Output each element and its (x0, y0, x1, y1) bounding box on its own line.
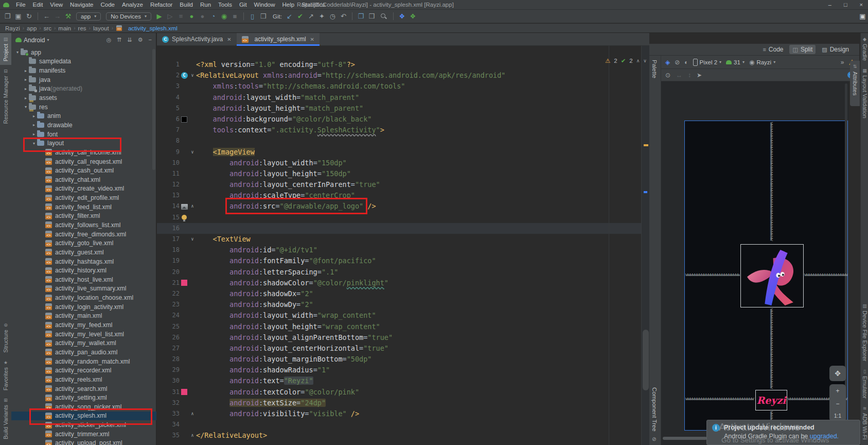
breadcrumb-res[interactable]: res (78, 25, 86, 31)
tree-item-activity_random_match[interactable]: activity_random_match.xml (11, 357, 156, 366)
tree-item-res[interactable]: ▾res (11, 102, 156, 112)
code-line-15[interactable]: 15 (157, 212, 641, 223)
code-line-30[interactable]: 30 android:text="Reyzi" (157, 375, 641, 386)
code-line-3[interactable]: 3 xmlns:tools="http://schemas.android.co… (157, 81, 641, 92)
inspection-widget[interactable]: ⚠ 2 ✔ 2 ∧ ∨ (605, 57, 647, 64)
tree-item-activity_feed_list[interactable]: activity_feed_list.xml (11, 202, 156, 212)
tree-chevron-icon[interactable]: ▸ (23, 87, 29, 91)
tree-item-activity_location_choose[interactable]: activity_location_choose.xml (11, 293, 156, 302)
code-line-31[interactable]: 31 android:textColor="@color/pink" (157, 387, 641, 398)
code-line-4[interactable]: 4 android:layout_width="match_parent" (157, 92, 641, 103)
attach-debugger-icon[interactable]: ◉ (219, 12, 229, 20)
tree-item-activity_hashtags[interactable]: activity_hashtags.xml (11, 257, 156, 266)
editor-scrollbar-thumb[interactable] (643, 330, 649, 390)
code-line-6[interactable]: 6 android:background="@color/black_back" (157, 114, 641, 125)
color-swatch-black[interactable] (181, 116, 187, 123)
profile-app-icon[interactable]: ▣ (857, 12, 868, 20)
tree-item-activity_call_income[interactable]: activity_call_income.xml (11, 148, 156, 157)
menu-code[interactable]: Code (97, 0, 118, 9)
sidebar-item-device-file-explorer[interactable]: ▥Device File Explorer (861, 300, 868, 365)
save-all-icon[interactable]: ▣ (13, 12, 24, 20)
tree-item-activity_main[interactable]: activity_main.xml (11, 312, 156, 321)
sidebar-item-favorites[interactable]: ★Favorites (0, 356, 11, 394)
pan-vertical-icon[interactable]: ↕ (688, 72, 691, 79)
sidebar-item-build-variants[interactable]: ⊞Build Variants (0, 394, 11, 443)
tree-item-activity_sticker_picker[interactable]: activity_sticker_picker.xml (11, 420, 156, 430)
tree-chevron-icon[interactable]: ▸ (23, 77, 29, 82)
menu-edit[interactable]: Edit (29, 0, 47, 9)
code-line-21[interactable]: 21 android:shadowColor="@color/pinklight… (157, 278, 641, 288)
run-icon[interactable]: ▶ (154, 12, 165, 20)
rollback-icon[interactable]: ↶ (338, 12, 349, 20)
tree-item-activity_pan_audio[interactable]: activity_pan_audio.xml (11, 348, 156, 357)
history-icon[interactable]: ◷ (327, 12, 338, 20)
code-line-25[interactable]: 25 android:layout_height="wrap_content" (157, 321, 641, 332)
back-icon[interactable]: ← (41, 12, 52, 20)
project-view-selector[interactable]: Android (24, 37, 45, 44)
tree-item-activity_filter[interactable]: activity_filter.xml (11, 212, 156, 221)
run-list-icon[interactable]: ≡ (175, 12, 186, 20)
tree-item-java[interactable]: ▸java (generated) (11, 84, 156, 94)
drawable-preview-icon[interactable] (181, 204, 188, 210)
restore-layout-icon[interactable]: ❒ (366, 12, 377, 20)
sidebar-item-gradle[interactable]: ◆Gradle (861, 33, 868, 64)
zoom-ratio-button[interactable]: 1:1 (834, 413, 841, 419)
tree-item-activity_followrs_list[interactable]: activity_followrs_list.xml (11, 220, 156, 230)
tree-item-activity_recorder[interactable]: activity_recorder.xml (11, 366, 156, 375)
menu-refactor[interactable]: Refactor (147, 0, 176, 9)
tree-item-activity_upload_post[interactable]: activity_upload_post.xml (11, 439, 156, 445)
sidebar-item-project[interactable]: ▤Project (0, 33, 11, 65)
tree-item-activity_splesh[interactable]: activity_splesh.xml (11, 412, 156, 421)
tree-item-font[interactable]: ▸font (11, 130, 156, 139)
tree-item-activity_guest[interactable]: activity_guest.xml (11, 248, 156, 257)
menu-run[interactable]: Run (197, 0, 215, 9)
view-options-icon[interactable]: ⊙ (665, 72, 670, 79)
run-coverage-icon[interactable]: ▷ (165, 12, 175, 20)
code-line-26[interactable]: 26 android:layout_alignParentBottom="tru… (157, 332, 641, 343)
recent-files-icon[interactable]: ❐ (356, 12, 366, 20)
fold-marker[interactable]: ∨ (189, 147, 196, 158)
code-line-1[interactable]: 1<?xml version="1.0" encoding="utf-8"?> (157, 59, 641, 70)
tree-chevron-icon[interactable]: ▾ (31, 141, 37, 146)
fold-marker[interactable]: ∨ (189, 70, 196, 81)
tree-item-activity_chat[interactable]: activity_chat.xml (11, 175, 156, 184)
minimize-button[interactable]: – (828, 0, 831, 9)
code-line-28[interactable]: 28 android:layout_marginBottom="50dp" (157, 354, 641, 365)
device-manager-icon[interactable]: ▯ (247, 12, 258, 20)
breadcrumb-activity_splesh.xml[interactable]: activity_splesh.xml (128, 25, 178, 31)
pan-tool-button[interactable]: ✥ (829, 366, 846, 381)
close-icon[interactable]: ✕ (227, 37, 231, 42)
sidebar-item-resource-manager[interactable]: ⊟Resource Manager (0, 65, 11, 128)
tree-item-activity_search[interactable]: activity_search.xml (11, 384, 156, 393)
tree-item-assets[interactable]: ▸assets (11, 93, 156, 102)
tree-item-activity_edit_profile[interactable]: activity_edit_profile.xml (11, 193, 156, 202)
tree-item-drawable[interactable]: ▸drawable (11, 121, 156, 130)
fold-marker[interactable]: ∧ (189, 408, 196, 419)
run-config-select[interactable]: app▾ (76, 12, 101, 21)
code-line-14[interactable]: 14∧ android:src="@drawable/app_logo" /> (157, 201, 641, 212)
tree-item-activity_reels[interactable]: activity_reels.xml (11, 375, 156, 384)
code-line-34[interactable]: 34 (157, 419, 641, 430)
tab-activity_splesh.xml[interactable]: activity_splesh.xml✕ (237, 33, 320, 45)
breadcrumb-layout[interactable]: layout (93, 25, 109, 31)
breadcrumb-src[interactable]: src (44, 25, 51, 31)
mode-button-code[interactable]: ≡Code (759, 45, 786, 54)
close-icon[interactable]: ✕ (310, 37, 314, 42)
tree-item-activity_cash_out[interactable]: activity_cash_out.xml (11, 166, 156, 175)
code-line-16[interactable]: 16 (157, 223, 641, 234)
tree-item-activity_call_request[interactable]: activity_call_request.xml (11, 157, 156, 166)
tree-item-activity_history[interactable]: activity_history.xml (11, 266, 156, 275)
tree-chevron-icon[interactable]: ▸ (23, 96, 29, 100)
git-push-icon[interactable]: ↗ (306, 12, 316, 20)
fold-marker[interactable]: ∧ (189, 430, 196, 441)
menu-help[interactable]: Help (279, 0, 298, 9)
tree-item-activity_live_summary[interactable]: activity_live_summary.xml (11, 284, 156, 294)
tree-chevron-icon[interactable]: ▸ (31, 132, 37, 136)
api-level-select[interactable]: 31▾ (726, 59, 745, 65)
code-line-13[interactable]: 13 android:scaleType="centerCrop" (157, 190, 641, 201)
textview-selection[interactable]: Reyzi (755, 390, 787, 410)
color-swatch-pink[interactable] (181, 280, 187, 286)
code-line-32[interactable]: 32 android:textSize="24dp" (157, 398, 641, 408)
tree-chevron-icon[interactable]: ▸ (31, 114, 37, 118)
night-mode-icon[interactable]: ◐ (684, 59, 688, 66)
